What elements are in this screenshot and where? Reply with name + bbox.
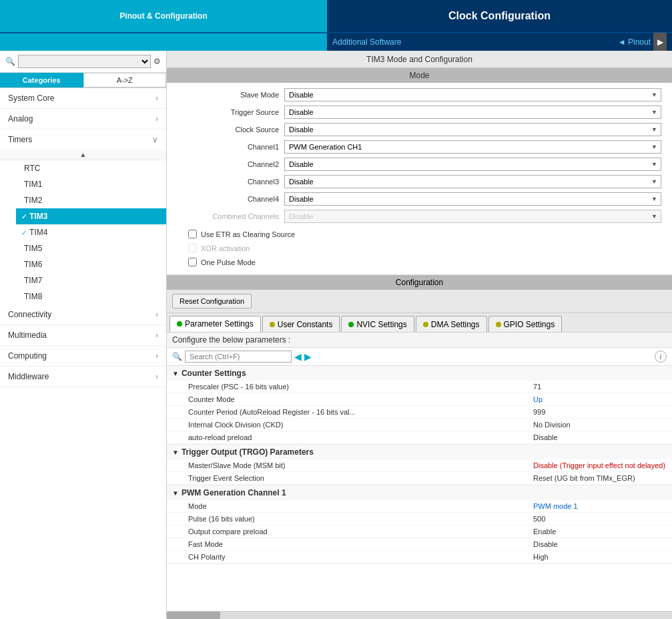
channel3-row: Channel3 Disable <box>178 175 661 188</box>
one-pulse-label: One Pulse Mode <box>201 258 256 266</box>
chevron-down-icon: ▼ <box>172 449 179 456</box>
channel4-select-wrapper[interactable]: Disable <box>284 192 661 206</box>
channel1-row: Channel1 PWM Generation CH1 <box>178 140 661 154</box>
channel1-select[interactable]: PWM Generation CH1 <box>284 140 661 154</box>
clock-source-select[interactable]: Disable <box>284 123 661 136</box>
search-next-btn[interactable]: ▶ <box>304 351 312 362</box>
sidebar-item-tim8[interactable]: TIM8 <box>16 288 166 304</box>
param-row-counter-mode: Counter Mode Up <box>167 393 672 406</box>
param-row-oc-preload: Output compare preload Enable <box>167 526 672 538</box>
sidebar-item-connectivity[interactable]: Connectivity › <box>0 304 166 325</box>
chevron-right-icon: › <box>155 331 158 340</box>
config-section-header: Configuration <box>167 275 672 290</box>
reset-row: Reset Configuration <box>167 290 672 313</box>
pinout-config-tab[interactable]: Pinout & Configuration <box>0 0 327 32</box>
param-settings-dot <box>177 321 182 327</box>
sidebar-item-tim7[interactable]: TIM7 <box>16 272 166 288</box>
param-row-msm: Master/Slave Mode (MSM bit) Disable (Tri… <box>167 459 672 472</box>
tab-user-constants[interactable]: User Constants <box>262 316 340 332</box>
tab-categories[interactable]: Categories <box>0 73 83 87</box>
clock-source-select-wrapper[interactable]: Disable <box>284 123 661 136</box>
tab-nvic-settings[interactable]: NVIC Settings <box>341 316 414 332</box>
slave-mode-label: Slave Mode <box>178 91 284 99</box>
sidebar-item-timers[interactable]: Timers ∨ <box>0 130 166 150</box>
combined-channels-select: Disable <box>284 210 661 223</box>
sidebar-item-tim3[interactable]: ✓ TIM3 <box>16 208 166 224</box>
one-pulse-checkbox-row: One Pulse Mode <box>178 255 661 269</box>
sidebar-item-tim2[interactable]: TIM2 <box>16 192 166 208</box>
channel2-row: Channel2 Disable <box>178 158 661 171</box>
search-prev-btn[interactable]: ◀ <box>294 351 302 362</box>
mode-section: Slave Mode Disable Trigger Source Disabl… <box>167 83 672 275</box>
param-row-pulse: Pulse (16 bits value) 500 <box>167 513 672 526</box>
channel1-select-wrapper[interactable]: PWM Generation CH1 <box>284 140 661 154</box>
etr-label: Use ETR as Clearing Source <box>201 230 295 238</box>
xor-checkbox-row: XOR activation <box>178 241 661 255</box>
reset-config-button[interactable]: Reset Configuration <box>172 294 252 308</box>
param-row-pwm-mode: Mode PWM mode 1 <box>167 500 672 513</box>
sidebar-item-tim5[interactable]: TIM5 <box>16 240 166 256</box>
trigger-source-select-wrapper[interactable]: Disable <box>284 106 661 119</box>
sidebar-item-analog[interactable]: Analog › <box>0 109 166 130</box>
timers-submenu: RTC TIM1 TIM2 ✓ TIM3 ✓ TIM4 <box>0 160 166 304</box>
chevron-right-icon: › <box>155 351 158 361</box>
chevron-down-icon: ∨ <box>152 135 158 144</box>
pwm-gen-ch1-header[interactable]: ▼ PWM Generation Channel 1 <box>167 485 672 500</box>
sidebar-item-system-core[interactable]: System Core › <box>0 88 166 109</box>
additional-sw-link[interactable]: Additional Software <box>332 37 401 47</box>
sidebar-item-tim6[interactable]: TIM6 <box>16 256 166 272</box>
channel2-select[interactable]: Disable <box>284 158 661 171</box>
scroll-right-btn[interactable]: ▶ <box>653 33 667 51</box>
channel1-label: Channel1 <box>178 143 284 151</box>
slave-mode-select-wrapper[interactable]: Disable <box>284 88 661 101</box>
tab-az[interactable]: A->Z <box>83 73 167 87</box>
tab-parameter-settings[interactable]: Parameter Settings <box>170 316 261 332</box>
channel3-select[interactable]: Disable <box>284 175 661 188</box>
tab-gpio-settings[interactable]: GPIO Settings <box>488 316 563 332</box>
etr-checkbox-row: Use ETR as Clearing Source <box>178 227 661 241</box>
param-content: Configure the below parameters : 🔍 ◀ ▶ i… <box>167 333 672 611</box>
etr-checkbox[interactable] <box>188 230 197 238</box>
sidebar-item-multimedia[interactable]: Multimedia › <box>0 325 166 346</box>
sidebar-item-rtc[interactable]: RTC <box>16 160 166 176</box>
param-row-autoreload: auto-reload preload Disable <box>167 431 672 444</box>
scrollbar-thumb[interactable] <box>167 612 220 619</box>
info-icon[interactable]: i <box>655 351 667 363</box>
mode-section-header: Mode <box>167 68 672 83</box>
nvic-settings-dot <box>348 322 354 327</box>
channel3-label: Channel3 <box>178 178 284 186</box>
chevron-right-icon: › <box>155 310 158 319</box>
sidebar-item-tim4[interactable]: ✓ TIM4 <box>16 224 166 240</box>
timers-collapse-btn[interactable]: ▲ <box>0 150 166 160</box>
trigger-source-select[interactable]: Disable <box>284 106 661 119</box>
channel4-select[interactable]: Disable <box>284 192 661 206</box>
channel3-select-wrapper[interactable]: Disable <box>284 175 661 188</box>
sidebar-item-computing[interactable]: Computing › <box>0 346 166 367</box>
chevron-right-icon: › <box>155 372 158 381</box>
one-pulse-checkbox[interactable] <box>188 258 197 266</box>
trigger-output-group: ▼ Trigger Output (TRGO) Parameters Maste… <box>167 445 672 485</box>
slave-mode-select[interactable]: Disable <box>284 88 661 101</box>
combined-channels-row: Combined Channels Disable <box>178 210 661 223</box>
clock-source-row: Clock Source Disable <box>178 123 661 136</box>
param-search-input[interactable] <box>185 351 292 363</box>
pinout-nav-btn[interactable]: ◄ Pinout <box>618 37 653 47</box>
horizontal-scrollbar[interactable] <box>167 611 672 619</box>
pwm-gen-ch1-group: ▼ PWM Generation Channel 1 Mode PWM mode… <box>167 485 672 564</box>
trigger-source-label: Trigger Source <box>178 108 284 116</box>
chevron-right-icon: › <box>155 114 158 124</box>
channel2-select-wrapper[interactable]: Disable <box>284 158 661 171</box>
param-row-prescaler: Prescaler (PSC - 16 bits value) 71 <box>167 381 672 393</box>
counter-settings-header[interactable]: ▼ Counter Settings <box>167 366 672 381</box>
param-search-icon: 🔍 <box>172 352 182 361</box>
param-row-trigger-event: Trigger Event Selection Reset (UG bit fr… <box>167 472 672 485</box>
sidebar-item-tim1[interactable]: TIM1 <box>16 176 166 192</box>
search-select[interactable] <box>18 55 151 68</box>
gear-icon[interactable]: ⚙ <box>153 57 161 66</box>
channel2-label: Channel2 <box>178 160 284 168</box>
tab-dma-settings[interactable]: DMA Settings <box>416 316 487 332</box>
param-row-fast-mode: Fast Mode Disable <box>167 538 672 551</box>
channel4-label: Channel4 <box>178 195 284 203</box>
trigger-output-header[interactable]: ▼ Trigger Output (TRGO) Parameters <box>167 445 672 459</box>
sidebar-item-middleware[interactable]: Middleware › <box>0 367 166 387</box>
